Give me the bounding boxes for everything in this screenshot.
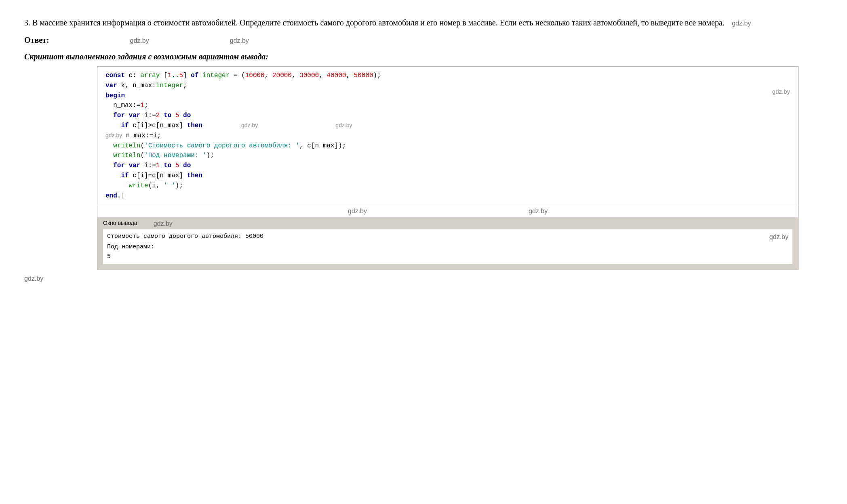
code-line-11: if c[i]=c[n_max] then xyxy=(105,171,790,181)
output-header: Окно вывода gdz.by xyxy=(103,220,792,228)
output-line-2: Под номерами: xyxy=(107,242,788,252)
screenshot-label: Скриншот выполненного задания с возможны… xyxy=(24,52,823,61)
code-container: gdz.by const c: array [1..5] of integer … xyxy=(97,66,799,270)
code-area: gdz.by const c: array [1..5] of integer … xyxy=(97,67,798,205)
code-line-12: write(i, ' '); xyxy=(105,181,790,191)
code-line-1: const c: array [1..5] of integer = (1000… xyxy=(105,71,790,81)
watermark-inline-1: gdz.by xyxy=(727,20,751,27)
watermark-middle-2: gdz.by xyxy=(529,208,548,215)
watermark-middle-1: gdz.by xyxy=(348,208,367,215)
code-line-8: writeln('Стоимость самого дорогого автом… xyxy=(105,141,790,151)
code-line-5: for var i:=2 to 5 do xyxy=(105,111,790,121)
output-content: Стоимость самого дорогого автомобиля: 50… xyxy=(103,229,792,264)
answer-row: Ответ: gdz.by gdz.by xyxy=(24,36,823,48)
watermark-inline-3: gdz.by xyxy=(230,37,249,44)
watermark-line6-1: gdz.by xyxy=(241,122,258,128)
code-line-7: gdz.by n_max:=i; xyxy=(105,131,790,141)
task-number: 3. xyxy=(24,18,30,27)
watermark-line7: gdz.by xyxy=(105,132,122,139)
code-line-4: n_max:=1; xyxy=(105,101,790,111)
code-line-13: end.| xyxy=(105,191,790,201)
output-line-1-row: Стоимость самого дорогого автомобиля: 50… xyxy=(107,232,788,242)
code-line-2: var k, n_max:integer; xyxy=(105,81,790,91)
watermark-row-middle: gdz.by gdz.by xyxy=(97,205,798,217)
watermark-inline-2: gdz.by xyxy=(130,37,149,44)
watermark-code-right: gdz.by xyxy=(772,87,790,96)
watermark-output-right: gdz.by xyxy=(769,232,788,242)
code-line-6: if c[i]>c[n_max] then gdz.by gdz.by xyxy=(105,121,790,131)
watermark-output-1: gdz.by xyxy=(154,220,173,227)
task-description: В массиве хранится информация о стоимост… xyxy=(32,18,725,27)
code-line-10: for var i:=1 to 5 do xyxy=(105,161,790,171)
output-title: Окно вывода xyxy=(103,220,137,226)
output-line-1: Стоимость самого дорогого автомобиля: 50… xyxy=(107,232,263,242)
code-line-9: writeln('Под номерами: '); xyxy=(105,151,790,161)
task-text: 3. В массиве хранится информация о стоим… xyxy=(24,16,823,29)
code-line-3: begin xyxy=(105,91,790,101)
answer-label: Ответ: xyxy=(24,36,49,45)
output-line-3: 5 xyxy=(107,252,788,262)
watermark-bottom-left: gdz.by xyxy=(24,274,823,283)
output-panel: Окно вывода gdz.by Стоимость самого доро… xyxy=(97,217,798,270)
watermark-line6-2: gdz.by xyxy=(335,122,352,128)
